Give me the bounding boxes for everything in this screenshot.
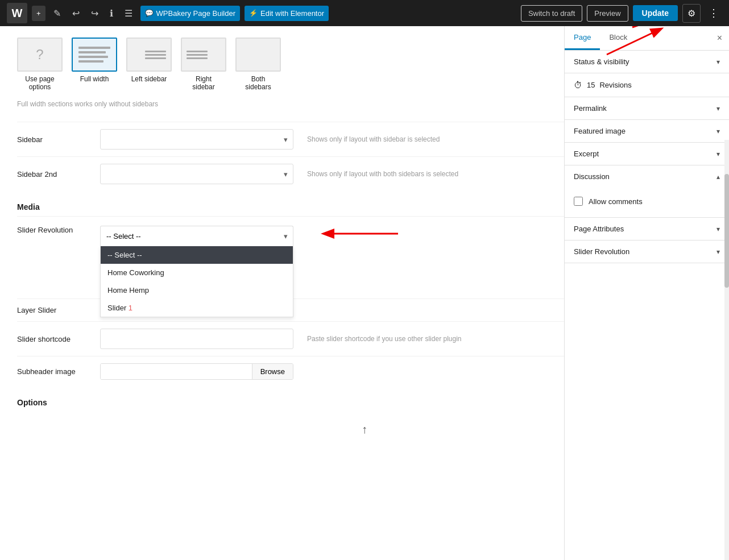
subheader-image-input-wrapper: Browse bbox=[100, 363, 293, 380]
info-button[interactable]: ℹ bbox=[106, 5, 117, 22]
sidebar2-hint: Shows only if layout with both sidebars … bbox=[307, 170, 458, 178]
update-button[interactable]: Update bbox=[633, 5, 678, 21]
sidebar-select[interactable] bbox=[100, 129, 293, 150]
slider-option-home-coworking[interactable]: Home Coworking bbox=[101, 264, 293, 281]
chevron-down-icon: ▾ bbox=[716, 225, 720, 233]
discussion-panel: Discussion ▴ Allow comments bbox=[565, 165, 729, 218]
right-sidebar-thumb bbox=[181, 38, 226, 72]
redo-button[interactable]: ↪ bbox=[88, 5, 102, 22]
elementor-button[interactable]: ⚡ Edit with Elementor bbox=[245, 6, 329, 21]
tab-block[interactable]: Block bbox=[600, 26, 636, 50]
slider-revolution-label: Slider Revolution bbox=[17, 226, 91, 234]
excerpt-panel: Excerpt ▾ bbox=[565, 143, 729, 165]
slider-select-open-wrapper: -- Select -- bbox=[100, 226, 293, 246]
switch-draft-button[interactable]: Switch to draft bbox=[521, 5, 582, 22]
layout-left-sidebar-option[interactable]: Left sidebar bbox=[126, 38, 172, 83]
layout-full-width-option[interactable]: Full width bbox=[72, 38, 117, 83]
main-col-icon bbox=[184, 48, 210, 61]
layout-use-page-option[interactable]: ? Use pageoptions bbox=[17, 38, 63, 91]
use-page-thumb: ? bbox=[17, 38, 63, 72]
browse-button[interactable]: Browse bbox=[252, 364, 293, 379]
excerpt-label: Excerpt bbox=[574, 150, 599, 158]
featured-image-label: Featured image bbox=[574, 127, 626, 135]
right-sidebar: Page Block × Status & visibility ▾ ⏱ 15 … bbox=[564, 26, 729, 560]
slider-option-select[interactable]: -- Select -- bbox=[101, 246, 293, 264]
allow-comments-checkbox[interactable] bbox=[574, 197, 583, 206]
status-visibility-label: Status & visibility bbox=[574, 57, 629, 66]
scrollbar-track bbox=[724, 140, 729, 560]
page-attributes-header[interactable]: Page Attributes ▾ bbox=[565, 218, 729, 240]
line-icon bbox=[78, 56, 108, 58]
slider-revolution-sidebar-panel: Slider Revolution ▾ bbox=[565, 240, 729, 263]
layer-slider-label: Layer Slider bbox=[17, 306, 91, 314]
preview-button[interactable]: Preview bbox=[587, 5, 628, 22]
line-icon bbox=[145, 51, 166, 52]
chevron-down-icon: ▾ bbox=[716, 58, 720, 66]
chevron-down-icon: ▾ bbox=[716, 105, 720, 113]
line-icon bbox=[78, 60, 103, 63]
line-icon bbox=[187, 51, 208, 52]
main-col-icon bbox=[143, 48, 168, 61]
more-options-button[interactable]: ⋮ bbox=[705, 5, 722, 22]
status-visibility-panel: Status & visibility ▾ bbox=[565, 51, 729, 73]
slider-option-slider1[interactable]: Slider 1 bbox=[101, 299, 293, 317]
both-sidebars-label: Bothsidebars bbox=[245, 75, 271, 91]
chevron-up-icon: ▴ bbox=[716, 173, 720, 181]
page-attributes-label: Page Attributes bbox=[574, 225, 624, 233]
featured-image-panel: Featured image ▾ bbox=[565, 120, 729, 143]
toolbar-right: Switch to draft Preview Update ⚙ ⋮ bbox=[521, 4, 722, 23]
wpbakery-button[interactable]: 💬 WPBakery Page Builder bbox=[140, 6, 240, 21]
slider-revolution-sidebar-header[interactable]: Slider Revolution ▾ bbox=[565, 240, 729, 263]
revisions-count: 15 bbox=[587, 81, 595, 89]
right-sidebar-label: Rightsidebar bbox=[192, 75, 214, 91]
undo-button[interactable]: ↩ bbox=[69, 5, 83, 22]
discussion-body: Allow comments bbox=[565, 188, 729, 217]
gear-button[interactable]: ⚙ bbox=[682, 4, 701, 23]
slider-revolution-select[interactable]: -- Select -- bbox=[100, 226, 293, 246]
revisions-row[interactable]: ⏱ 15 Revisions bbox=[565, 73, 729, 97]
allow-comments-label: Allow comments bbox=[589, 197, 643, 206]
left-sidebar-thumb bbox=[126, 38, 172, 72]
excerpt-header[interactable]: Excerpt ▾ bbox=[565, 143, 729, 165]
line-icon bbox=[78, 51, 106, 53]
slider-shortcode-input[interactable] bbox=[100, 329, 293, 349]
slider-option-home-hemp[interactable]: Home Hemp bbox=[101, 281, 293, 299]
wp-logo-icon[interactable]: W bbox=[7, 3, 27, 23]
list-button[interactable]: ☰ bbox=[121, 5, 136, 22]
edit-icon-button[interactable]: ✎ bbox=[50, 5, 64, 22]
question-icon: ? bbox=[36, 47, 43, 63]
slider-shortcode-hint: Paste slider shortcode if you use other … bbox=[307, 335, 461, 343]
main-layout: ? Use pageoptions Full width bbox=[0, 26, 729, 560]
revisions-label: Revisions bbox=[599, 81, 631, 89]
add-button[interactable]: + bbox=[32, 6, 45, 21]
layout-right-sidebar-option[interactable]: Rightsidebar bbox=[181, 38, 226, 91]
slider-dropdown-popup: -- Select -- Home Coworking Home Hemp Sl… bbox=[100, 246, 293, 317]
red-arrow-annotation bbox=[313, 223, 404, 246]
sidebar-select-wrapper bbox=[100, 129, 293, 150]
featured-image-header[interactable]: Featured image ▾ bbox=[565, 120, 729, 142]
chevron-down-icon: ▾ bbox=[716, 127, 720, 135]
tab-page[interactable]: Page bbox=[565, 26, 600, 50]
line-icon bbox=[145, 57, 166, 59]
slider-revolution-sidebar-label: Slider Revolution bbox=[574, 247, 629, 256]
sidebar-hint: Shows only if layout with sidebar is sel… bbox=[307, 135, 440, 143]
line-icon bbox=[145, 54, 166, 56]
layout-both-sidebars-option[interactable]: Bothsidebars bbox=[235, 38, 281, 91]
revisions-clock-icon: ⏱ bbox=[574, 80, 582, 90]
status-visibility-header[interactable]: Status & visibility ▾ bbox=[565, 51, 729, 73]
scrollbar-thumb[interactable] bbox=[724, 174, 729, 288]
permalink-label: Permalink bbox=[574, 104, 607, 113]
sidebar-tabs: Page Block × bbox=[565, 26, 729, 51]
line-icon bbox=[187, 57, 208, 59]
subheader-image-input[interactable] bbox=[101, 364, 252, 379]
chevron-down-icon: ▾ bbox=[716, 248, 720, 256]
sidebar-label: Sidebar bbox=[17, 135, 91, 144]
sidebar2-select[interactable] bbox=[100, 164, 293, 184]
chevron-down-icon: ▾ bbox=[716, 150, 720, 158]
discussion-header[interactable]: Discussion ▴ bbox=[565, 165, 729, 188]
permalink-header[interactable]: Permalink ▾ bbox=[565, 97, 729, 119]
page-attributes-panel: Page Attributes ▾ bbox=[565, 218, 729, 240]
line-icon bbox=[78, 47, 110, 49]
sidebar-close-button[interactable]: × bbox=[710, 28, 729, 48]
full-width-lines bbox=[74, 42, 115, 67]
